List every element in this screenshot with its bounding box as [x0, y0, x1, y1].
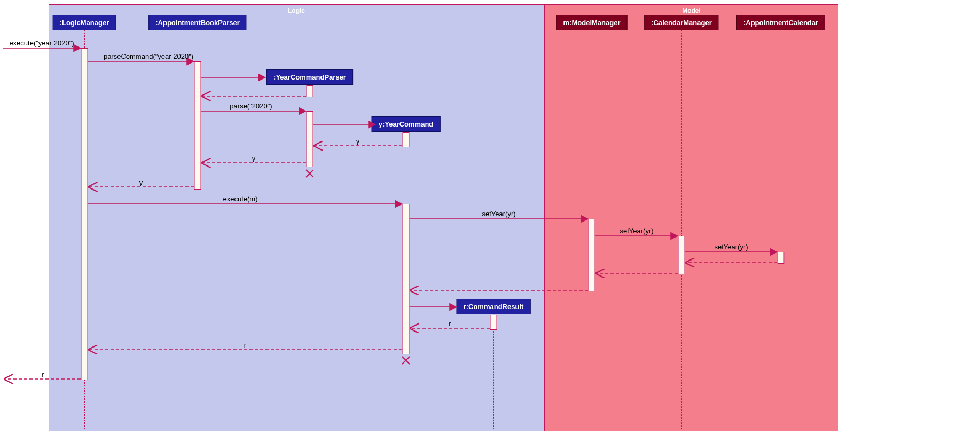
label-m8: y: [139, 178, 143, 186]
activation-appt-book-parser: [194, 61, 201, 190]
lifeline-appointment-calendar: [781, 30, 781, 429]
destroy-year-command: [401, 355, 411, 366]
label-m1: execute("year 2020"): [9, 39, 74, 47]
activation-model-manager: [589, 219, 595, 291]
label-m6: y: [356, 137, 360, 145]
participant-appt-book-parser: :AppointmentBookParser: [148, 15, 246, 30]
participant-model-manager: m:ModelManager: [556, 15, 628, 30]
activation-year-cmd-parser-2: [307, 111, 313, 167]
activation-year-command-1: [403, 132, 410, 147]
frame-model: Model: [544, 4, 838, 431]
participant-logic-manager: :LogicManager: [53, 15, 116, 30]
participant-year-command: y:YearCommand: [372, 116, 441, 132]
frame-model-title: Model: [682, 7, 701, 14]
label-m4: parse("2020"): [230, 102, 272, 110]
activation-calendar-manager: [678, 236, 685, 274]
participant-command-result: r:CommandResult: [457, 299, 531, 314]
activation-logic-manager: [81, 48, 88, 380]
label-m2: parseCommand("year 2020"): [104, 52, 193, 60]
destroy-year-cmd-parser: [304, 168, 315, 179]
activation-appt-calendar: [778, 252, 785, 264]
lifeline-calendar-manager: [681, 30, 682, 429]
label-m18: r: [42, 370, 44, 378]
sequence-diagram: Logic Model :LogicManager :AppointmentBo…: [0, 0, 980, 434]
label-m17: r: [244, 341, 246, 349]
participant-calendar-manager: :CalendarManager: [644, 15, 718, 30]
activation-year-cmd-parser-1: [307, 85, 313, 97]
label-m10: setYear(yr): [482, 210, 515, 218]
participant-year-cmd-parser: :YearCommandParser: [266, 69, 353, 85]
label-m16: r: [449, 320, 451, 328]
label-m9: execute(m): [223, 195, 257, 203]
activation-command-result: [490, 315, 497, 330]
frame-logic-title: Logic: [288, 7, 305, 14]
label-m7: y: [252, 154, 256, 162]
label-m12: setYear(yr): [714, 243, 748, 251]
activation-year-command-2: [403, 204, 410, 354]
frame-logic: Logic: [49, 4, 544, 431]
lifeline-command-result: [493, 315, 494, 429]
participant-appointment-calendar: :AppointmentCalendar: [736, 15, 825, 30]
label-m11: setYear(yr): [620, 227, 653, 235]
